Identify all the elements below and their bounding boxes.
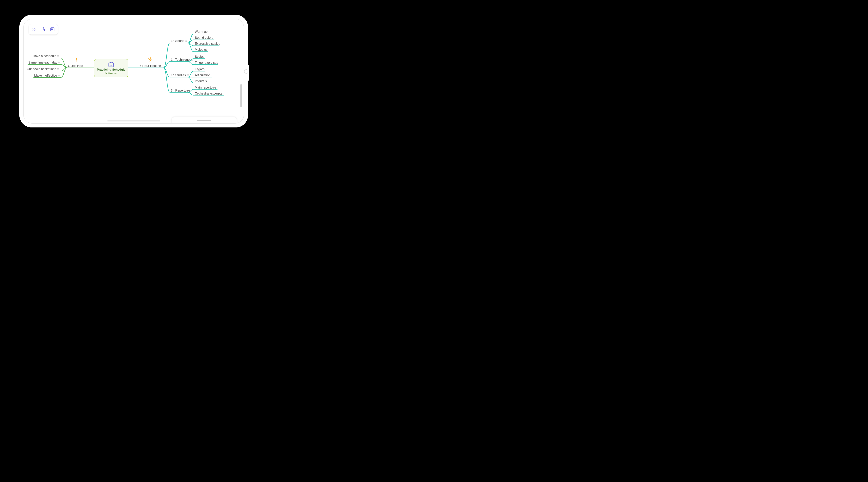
leaf-scales[interactable]: Scales [195,55,204,59]
central-title: Practicing Schedule [97,68,126,71]
branch-label: 6-Hour Routine [140,64,161,68]
node-label: Have a schedule [33,54,56,58]
note-icon [191,59,193,61]
node-label: Make it effective [34,74,57,77]
svg-point-18 [113,65,113,65]
home-indicator-card [172,117,237,124]
node-label: 1h Sound [171,39,184,43]
note-icon [187,74,189,76]
node-label: Articulation [195,73,211,77]
svg-point-16 [111,65,111,65]
svg-point-15 [110,65,110,65]
leaf-legato[interactable]: Legato [195,67,205,71]
note-icon [57,55,60,57]
side-button [241,84,242,107]
leaf-same-time[interactable]: Same time each day [28,61,60,64]
note-icon [58,62,60,64]
node-label: Intervals [195,79,207,83]
branch-repertoire[interactable]: 3h Repertoire [171,89,190,92]
exclamation-icon: ! [75,56,77,63]
branch-label: Guidelines [68,64,83,68]
node-label: Legato [195,67,205,71]
leaf-finger-exercises[interactable]: Finger exercises [195,61,218,65]
svg-point-20 [111,66,111,66]
leaf-cut-hesitations[interactable]: Cut down hesitations [27,67,59,71]
calendar-icon [108,62,114,67]
node-label: Finger exercises [195,61,218,65]
leaf-expressive-scales[interactable]: Expressive scales [195,42,220,45]
branch-studies[interactable]: 1h Studies [171,73,189,77]
node-label: Warm up [195,30,208,34]
branch-6hour[interactable]: 6-Hour Routine [140,64,161,68]
central-subtitle: for Musicians [105,72,118,74]
node-label: Scales [195,55,204,59]
connectors [24,19,244,123]
svg-point-19 [110,66,110,66]
lightning-icon [148,57,153,63]
leaf-intervals[interactable]: Intervals [195,79,207,83]
node-label: Cut down hesitations [27,67,56,71]
note-icon [57,68,59,70]
svg-point-17 [112,65,112,65]
node-label: Expressive scales [195,42,220,45]
camera-icon [244,69,248,73]
node-label: 3h Repertoire [171,89,190,92]
stage: Practicing Schedule for Musicians ! Guid… [0,0,268,147]
central-node[interactable]: Practicing Schedule for Musicians [94,59,128,77]
node-label: Melodies [195,48,208,52]
leaf-sound-colors[interactable]: Sound colors [195,36,213,40]
mindmap-canvas[interactable]: Practicing Schedule for Musicians ! Guid… [24,19,244,123]
leaf-warmup[interactable]: Warm up [195,30,208,34]
leaf-make-effective[interactable]: Make it effective [34,74,60,77]
node-label: Sound colors [195,36,213,40]
screen: Practicing Schedule for Musicians ! Guid… [23,19,244,124]
leaf-articulation[interactable]: Articulation [195,73,211,77]
branch-sound[interactable]: 1h Sound [171,39,188,43]
node-label: Orchestral excerpts [195,92,222,95]
branch-technique[interactable]: 1h Technique [171,58,193,62]
note-icon [185,40,188,42]
node-label: 1h Technique [171,58,190,62]
note-icon [58,75,60,76]
node-label: 1h Studies [171,73,186,77]
leaf-orchestral-excerpts[interactable]: Orchestral excerpts [195,92,222,95]
branch-guidelines[interactable]: Guidelines [68,64,83,68]
leaf-melodies[interactable]: Melodies [195,48,208,52]
phone-chassis: Practicing Schedule for Musicians ! Guid… [20,15,248,127]
svg-line-22 [148,58,149,59]
leaf-have-schedule[interactable]: Have a schedule [33,54,60,58]
svg-line-23 [152,61,153,61]
home-indicator [197,120,211,121]
scroll-indicator [107,120,160,122]
node-label: Same time each day [28,61,57,64]
leaf-main-repertoire[interactable]: Main repertoire [195,86,216,90]
svg-point-21 [112,66,112,66]
node-label: Main repertoire [195,86,216,90]
